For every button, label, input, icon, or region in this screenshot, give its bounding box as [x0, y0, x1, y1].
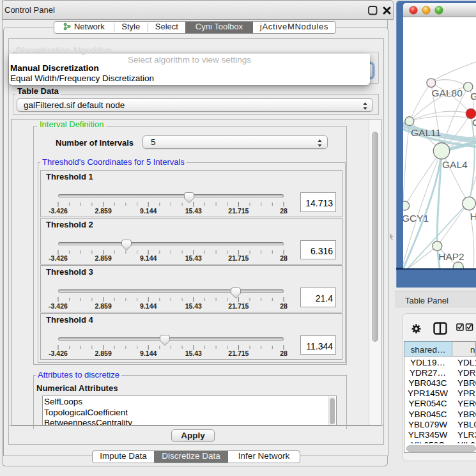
svg-text:GA: GA	[470, 91, 476, 102]
svg-text:C: C	[472, 117, 476, 128]
svg-text:HAP2: HAP2	[438, 251, 464, 262]
svg-text:GAL11: GAL11	[411, 127, 441, 138]
svg-text:GCY1: GCY1	[403, 213, 429, 224]
svg-text:GAL80: GAL80	[432, 88, 463, 98]
svg-text:H: H	[470, 211, 476, 222]
svg-text:GAL4: GAL4	[442, 159, 468, 170]
